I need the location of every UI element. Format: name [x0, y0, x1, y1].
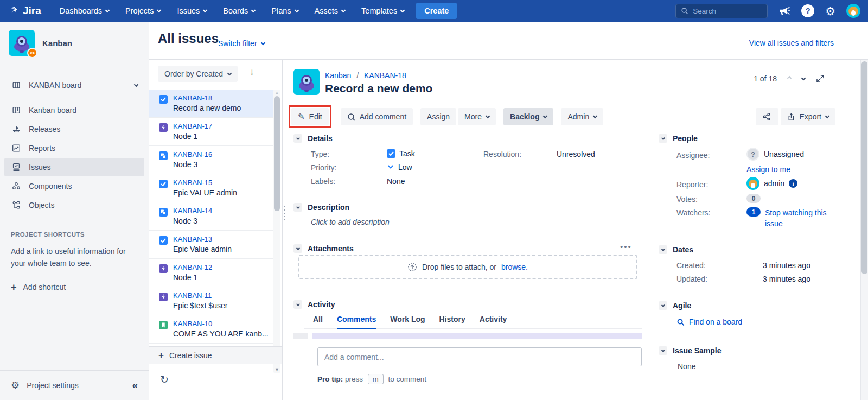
user-avatar[interactable] — [846, 4, 860, 18]
sidebar-item-components[interactable]: Components — [4, 177, 144, 195]
next-issue-icon[interactable] — [801, 75, 806, 80]
reporter-avatar[interactable] — [746, 177, 760, 190]
sidebar-item-issues[interactable]: Issues — [4, 158, 144, 176]
global-search[interactable] — [675, 4, 768, 18]
order-by-dropdown[interactable]: Order by Created — [158, 66, 238, 82]
list-item[interactable]: KANBAN-16 Node 3 — [149, 146, 274, 174]
nav-item-boards[interactable]: Boards — [223, 7, 255, 15]
edit-button[interactable]: ✎ Edit — [291, 108, 329, 125]
issue-sample-collapse-icon[interactable] — [659, 346, 667, 355]
more-dropdown[interactable]: More — [458, 108, 496, 125]
find-on-board-link[interactable]: Find on a board — [689, 318, 742, 326]
issue-key-link[interactable]: KANBAN-11 — [173, 291, 227, 300]
sidebar-item-reports[interactable]: Reports — [4, 139, 144, 157]
attachments-menu-icon[interactable]: ••• — [620, 242, 632, 251]
issue-key-link[interactable]: KANBAN-18 — [173, 94, 241, 102]
issue-key-link[interactable]: KANBAN-16 — [173, 150, 212, 158]
stop-watching-link[interactable]: Stop watching this issue — [765, 207, 846, 230]
collapse-sidebar-icon[interactable]: « — [132, 379, 138, 391]
tab-all[interactable]: All — [313, 315, 323, 323]
issue-key-link[interactable]: KANBAN-13 — [173, 235, 232, 243]
scroll-up-arrow-icon[interactable]: ▲ — [273, 90, 280, 96]
main-scrollbar-thumb[interactable] — [861, 61, 867, 274]
type-value[interactable]: Task — [399, 149, 415, 158]
list-item[interactable]: KANBAN-15 Epic VALUE admin — [149, 174, 274, 202]
assign-to-me-link[interactable]: Assign to me — [746, 165, 790, 174]
view-all-issues-link[interactable]: View all issues and filters — [749, 39, 834, 47]
add-shortcut-button[interactable]: + Add shortcut — [11, 282, 138, 293]
tab-activity[interactable]: Activity — [480, 315, 507, 323]
admin-dropdown[interactable]: Admin — [561, 108, 603, 125]
issue-key-link[interactable]: KANBAN-14 — [173, 207, 212, 215]
sidebar-item-kanban-board[interactable]: Kanban board — [4, 101, 144, 119]
people-collapse-icon[interactable] — [659, 134, 667, 143]
nav-item-projects[interactable]: Projects — [125, 7, 161, 15]
tab-comments[interactable]: Comments — [337, 315, 376, 323]
list-item[interactable]: KANBAN-17 Node 1 — [149, 118, 274, 146]
browse-link[interactable]: browse. — [501, 263, 528, 271]
list-item[interactable]: KANBAN-13 Epic Value admin — [149, 231, 274, 259]
issue-list-scrollbar[interactable]: ▲ ▼ — [273, 90, 280, 373]
watchers-badge[interactable]: 1 — [746, 207, 761, 217]
status-backlog-dropdown[interactable]: Backlog — [503, 108, 553, 125]
sidebar-item-kanban-board-switcher[interactable]: KANBAN board — [4, 76, 144, 94]
scrollbar-thumb[interactable] — [274, 96, 280, 211]
nav-item-issues[interactable]: Issues — [177, 7, 207, 15]
list-item[interactable]: KANBAN-11 Epic $text $user — [149, 287, 274, 315]
sort-direction-icon[interactable]: ↓ — [250, 67, 254, 78]
export-dropdown[interactable]: Export — [781, 108, 835, 125]
previous-issue-icon[interactable] — [787, 75, 792, 80]
nav-item-templates[interactable]: Templates — [361, 7, 404, 15]
nav-item-plans[interactable]: Plans — [271, 7, 298, 15]
create-button[interactable]: Create — [416, 3, 457, 19]
agile-collapse-icon[interactable] — [659, 301, 667, 310]
project-settings-button[interactable]: Project settings — [27, 381, 79, 390]
sidebar-item-objects[interactable]: Objects — [4, 196, 144, 214]
activity-collapse-icon[interactable] — [293, 300, 302, 309]
attachment-dropzone[interactable]: Drop files to attach, or browse. — [298, 255, 637, 279]
tab-work-log[interactable]: Work Log — [390, 315, 425, 323]
description-placeholder[interactable]: Click to add description — [311, 218, 390, 226]
breadcrumb-issue-link[interactable]: KANBAN-18 — [364, 71, 406, 80]
issue-key-link[interactable]: KANBAN-10 — [173, 320, 269, 328]
create-issue-button[interactable]: + Create issue — [149, 346, 282, 364]
description-collapse-icon[interactable] — [293, 203, 302, 212]
share-button[interactable] — [756, 108, 778, 125]
tab-history[interactable]: History — [439, 315, 465, 323]
help-icon[interactable]: ? — [801, 4, 814, 17]
assign-button[interactable]: Assign — [420, 108, 456, 125]
add-comment-button[interactable]: Add comment — [341, 108, 413, 125]
expand-fullscreen-icon[interactable] — [816, 74, 825, 83]
attachments-collapse-icon[interactable] — [293, 244, 302, 253]
sidebar-item-releases[interactable]: Releases — [4, 120, 144, 138]
issue-key-link[interactable]: KANBAN-15 — [173, 179, 237, 187]
issue-key-link[interactable]: KANBAN-17 — [173, 122, 212, 130]
list-item[interactable]: KANBAN-12 Node 1 — [149, 259, 274, 287]
nav-item-assets[interactable]: Assets — [315, 7, 346, 15]
search-input[interactable] — [693, 7, 752, 15]
switch-filter-dropdown[interactable]: Switch filter — [218, 39, 265, 48]
list-item[interactable]: KANBAN-14 Node 3 — [149, 202, 274, 231]
breadcrumb-project-link[interactable]: Kanban — [325, 71, 351, 80]
list-item[interactable]: KANBAN-18 Record a new demo — [149, 90, 274, 118]
list-item[interactable]: KANBAN-10 COME AS YOU ARE kanb... — [149, 315, 274, 344]
details-collapse-icon[interactable] — [293, 134, 302, 143]
main-scrollbar[interactable] — [860, 60, 868, 400]
dates-collapse-icon[interactable] — [659, 245, 667, 254]
votes-badge[interactable]: 0 — [746, 194, 761, 203]
priority-value[interactable]: Low — [398, 163, 412, 172]
jira-logo[interactable]: Jira — [8, 5, 41, 17]
issue-list-panel: Order by Created ↓ KANBAN-18 Record a ne… — [149, 60, 282, 400]
issue-key-link[interactable]: KANBAN-12 — [173, 263, 212, 271]
issue-summary: Node 3 — [173, 217, 212, 225]
panel-resize-handle[interactable] — [284, 205, 286, 221]
reporter-info-icon[interactable]: i — [789, 179, 797, 188]
settings-gear-icon[interactable]: ⚙ — [825, 5, 835, 17]
add-comment-input[interactable] — [317, 347, 642, 366]
reporter-value[interactable]: admin — [764, 179, 784, 188]
megaphone-icon[interactable] — [778, 5, 790, 16]
scroll-down-arrow-icon[interactable]: ▼ — [273, 367, 280, 372]
project-avatar[interactable]: <> — [9, 30, 35, 56]
refresh-icon[interactable]: ↻ — [160, 373, 169, 386]
nav-item-dashboards[interactable]: Dashboards — [60, 7, 109, 15]
